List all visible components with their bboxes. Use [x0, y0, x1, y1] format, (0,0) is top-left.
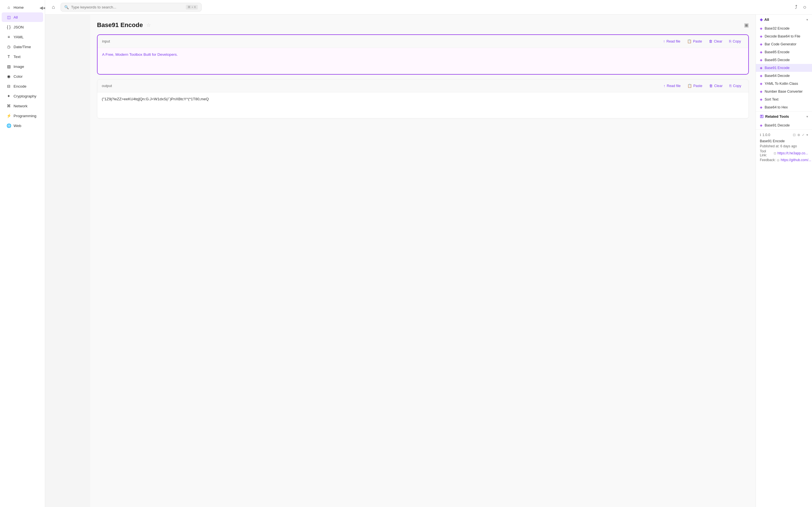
all-list-item[interactable]: ◈ Base91 Encode [756, 64, 812, 72]
right-panel: ◈ All ▾ ◈ Base32 Encode ◈ Decode Base64 … [756, 15, 812, 507]
copy-icon: ⎘ [729, 39, 731, 43]
input-textarea[interactable]: A Free, Modern Toolbox Built for Develop… [98, 48, 748, 73]
sidebar-item-programming[interactable]: ⚡ Programming [2, 111, 43, 121]
sidebar-item-datetime[interactable]: ◷ Date/Time [2, 42, 43, 52]
sidebar-label-encode: Encode [13, 84, 27, 89]
version-published: Published at: 6 days ago [760, 144, 808, 148]
output-paste-button[interactable]: 📋 Paste [684, 82, 705, 89]
list-item-icon: ◈ [760, 66, 762, 70]
sidebar-label-cryptography: Cryptography [13, 94, 36, 98]
sidebar-item-cryptography[interactable]: ✦ Cryptography [2, 91, 43, 101]
sidebar-item-yaml[interactable]: ≡ YAML [2, 32, 43, 42]
sidebar-label-datetime: Date/Time [13, 45, 31, 49]
list-item-icon: ◈ [760, 50, 762, 54]
paste-button[interactable]: 📋 Paste [684, 38, 705, 45]
version-globe-icon[interactable]: ⊕ [797, 133, 800, 137]
all-list-item[interactable]: ◈ Sort Text [756, 96, 812, 103]
sidebar-item-home[interactable]: ⌂ Home [2, 3, 43, 12]
all-list-item[interactable]: ◈ Base85 Decode [756, 56, 812, 64]
sidebar-label-color: Color [13, 74, 22, 78]
read-file-button[interactable]: ↑ Read file [660, 38, 683, 45]
feedback-link[interactable]: https://github.com/... [781, 158, 811, 162]
output-copy-label: Copy [733, 84, 741, 88]
all-section-header[interactable]: ◈ All ▾ [756, 15, 812, 24]
input-section-header: input ↑ Read file 📋 Paste 🗑 Clear ⎘ Copy [98, 35, 748, 48]
favorite-star-icon[interactable]: ☆ [146, 22, 151, 28]
tool-link[interactable]: https://t.he3app.co... [777, 151, 808, 155]
related-section-header[interactable]: ⚿ Related Tools ▾ [756, 112, 812, 121]
all-section-label: All [764, 17, 769, 22]
sidebar-item-json[interactable]: { } JSON [2, 22, 43, 32]
tool-link-icon: ⊡ [774, 152, 776, 155]
version-number: 1.0.0 [762, 133, 770, 137]
list-item-icon: ◈ [760, 26, 762, 31]
read-file-icon: ↑ [663, 39, 665, 43]
output-paste-icon: 📋 [688, 83, 692, 88]
share-icon[interactable]: ⤴ [794, 3, 799, 11]
related-list-item[interactable]: ◈ Base91 Decode [756, 121, 812, 129]
feedback-label: Feedback: [760, 158, 776, 162]
output-clear-button[interactable]: 🗑 Clear [706, 82, 725, 89]
list-item-icon: ◈ [760, 105, 762, 109]
layout-toggle-icon[interactable]: ▣ [744, 22, 749, 28]
version-chevron[interactable]: ▾ [806, 133, 808, 137]
clear-button[interactable]: 🗑 Clear [706, 38, 725, 45]
all-list-item[interactable]: ◈ Base85 Encode [756, 48, 812, 56]
search-input[interactable] [71, 5, 184, 9]
sidebar-item-color[interactable]: ◉ Color [2, 71, 43, 81]
cryptography-icon: ✦ [6, 94, 11, 98]
all-list-item[interactable]: ◈ Base64 Decode [756, 72, 812, 80]
all-list-item[interactable]: ◈ Base64 to Hex [756, 103, 812, 111]
version-tool-name: Base91 Encode [760, 139, 808, 143]
all-list-item[interactable]: ◈ Decode Base64 to File [756, 33, 812, 40]
version-check-icon[interactable]: ✓ [802, 133, 805, 137]
input-actions: ↑ Read file 📋 Paste 🗑 Clear ⎘ Copy [660, 38, 744, 45]
user-icon[interactable]: ○ [802, 3, 808, 11]
all-list-item[interactable]: ◈ Base32 Encode [756, 24, 812, 33]
sidebar-item-image[interactable]: ▨ Image [2, 62, 43, 71]
feedback-icon: ◎ [777, 158, 779, 162]
list-item-label: Base32 Encode [765, 26, 790, 31]
list-item-label: YAML To Kotlin Class [765, 82, 798, 86]
output-textarea[interactable]: ("1Z9j?ieZZ>eeKU4tq]Qn:G.J<W1dxS(/`)PnXB… [97, 93, 749, 118]
output-read-file-button[interactable]: ↑ Read file [661, 82, 683, 89]
copy-button[interactable]: ⎘ Copy [726, 38, 744, 45]
search-bar[interactable]: 🔍 ⌘ + K [61, 3, 202, 11]
output-read-file-label: Read file [667, 84, 680, 88]
sidebar-label-text: Text [13, 55, 20, 59]
yaml-icon: ≡ [6, 35, 11, 39]
clear-label: Clear [714, 40, 722, 43]
sidebar-item-text[interactable]: T Text [2, 52, 43, 61]
output-actions: ↑ Read file 📋 Paste 🗑 Clear ⎘ Copy [661, 82, 744, 89]
all-list-item[interactable]: ◈ Bar Code Generator [756, 40, 812, 48]
topbar-actions: ⤴ ○ [794, 3, 808, 11]
all-section-icon: ◈ [760, 17, 763, 22]
version-copy-icon[interactable]: ⊡ [793, 133, 796, 137]
list-item-label: Base85 Decode [765, 58, 790, 62]
home-icon[interactable]: ⌂ [50, 3, 57, 11]
all-list-item[interactable]: ◈ YAML To Kotlin Class [756, 80, 812, 88]
output-clear-label: Clear [714, 84, 723, 88]
tool-link-label: Tool Link: [760, 149, 772, 157]
all-icon: ◫ [6, 15, 11, 19]
clear-icon: 🗑 [709, 39, 712, 43]
sidebar-label-network: Network [13, 104, 28, 108]
sidebar-item-all[interactable]: ◫ All [2, 12, 43, 22]
sidebar-item-network[interactable]: ⌘ Network [2, 101, 43, 111]
sidebar-item-encode[interactable]: ⊟ Encode [2, 81, 43, 91]
sidebar-label-web: Web [13, 124, 21, 128]
list-item-label: Decode Base64 to File [765, 34, 800, 38]
related-item-label: Base91 Decode [765, 123, 790, 127]
list-item-icon: ◈ [760, 98, 762, 101]
input-section: input ↑ Read file 📋 Paste 🗑 Clear ⎘ Copy [97, 34, 749, 75]
output-copy-button[interactable]: ⎘ Copy [726, 82, 744, 89]
list-item-icon: ◈ [760, 82, 762, 86]
all-list-item[interactable]: ◈ Number Base Converter [756, 88, 812, 96]
text-icon: T [6, 54, 11, 59]
related-section-title: ⚿ Related Tools [760, 114, 789, 119]
all-section-chevron: ▾ [806, 18, 808, 22]
output-paste-label: Paste [693, 84, 702, 88]
sidebar-item-web[interactable]: 🌐 Web [2, 121, 43, 130]
input-label: input [102, 39, 110, 43]
output-copy-icon: ⎘ [729, 83, 732, 88]
